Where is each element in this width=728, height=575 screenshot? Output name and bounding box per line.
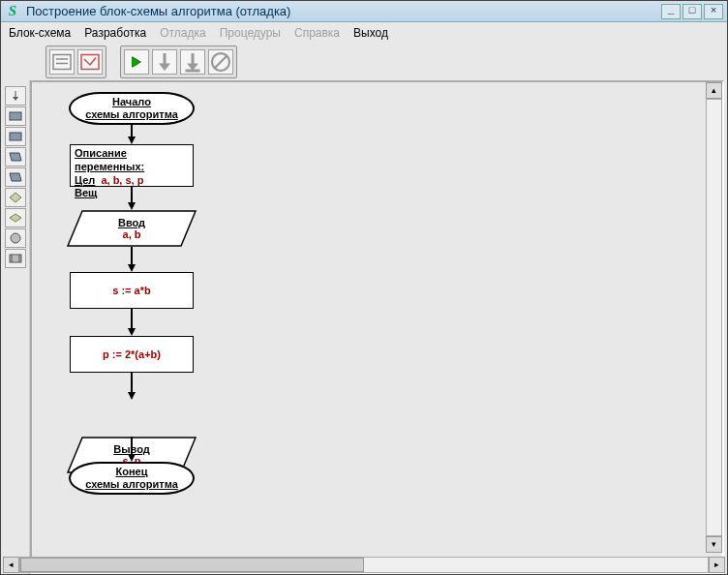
stop-button[interactable] (208, 49, 233, 75)
decl-int-vars: a, b, s, p (101, 174, 143, 186)
svg-marker-6 (159, 64, 170, 72)
node-declaration[interactable]: Описание переменных: Цел a, b, s, p Вещ (70, 144, 194, 187)
node-input[interactable]: Ввод a, b (67, 210, 197, 247)
arrowhead-3 (128, 264, 136, 272)
content-area: Начало схемы алгоритма Описание переменн… (1, 80, 727, 574)
app-window: S Построение блок-схемы алгоритма (отлад… (0, 0, 728, 575)
menu-develop[interactable]: Разработка (84, 26, 146, 40)
decl-real-label: Вещ (75, 187, 97, 198)
svg-marker-4 (133, 57, 141, 68)
scroll-down-button[interactable]: ▾ (706, 536, 722, 553)
run-button[interactable] (124, 49, 149, 75)
input-vars: a, b (123, 228, 141, 240)
menu-procedures: Процедуры (220, 26, 281, 40)
end-line2: схемы алгоритма (85, 478, 178, 491)
palette-diamond[interactable] (5, 188, 26, 207)
vscroll-track[interactable] (706, 99, 722, 536)
toolbar (1, 44, 727, 80)
svg-rect-0 (53, 55, 71, 70)
input-label: Ввод (118, 217, 145, 228)
edit-button[interactable] (49, 49, 75, 75)
palette-subproc[interactable] (5, 249, 26, 268)
vertical-scrollbar[interactable]: ▴ ▾ (706, 82, 722, 553)
start-line2: схемы алгоритма (85, 108, 178, 121)
window-title: Построение блок-схемы алгоритма (отладка… (26, 4, 661, 18)
svg-point-20 (11, 233, 20, 243)
scroll-right-button[interactable]: ▸ (709, 557, 725, 573)
menu-exit[interactable]: Выход (353, 26, 388, 40)
svg-marker-19 (10, 214, 21, 222)
svg-marker-18 (10, 193, 21, 202)
maximize-button[interactable]: □ (682, 4, 702, 19)
window-controls: _ □ × (661, 4, 723, 19)
arrow-3 (131, 247, 133, 266)
arrow-6 (131, 437, 133, 456)
arrowhead-2 (128, 202, 136, 210)
proc2-text: p := 2*(a+b) (103, 348, 161, 360)
titlebar[interactable]: S Построение блок-схемы алгоритма (отлад… (1, 1, 727, 22)
svg-rect-14 (10, 112, 21, 120)
format-button[interactable] (77, 49, 103, 75)
minimize-button[interactable]: _ (661, 4, 681, 19)
decl-title: Описание переменных: (75, 147, 144, 172)
palette-rect-2[interactable] (5, 127, 26, 146)
start-line1: Начало (112, 96, 151, 108)
step-button[interactable] (152, 49, 177, 75)
scroll-left-button[interactable]: ◂ (3, 557, 19, 573)
svg-rect-3 (81, 55, 99, 70)
arrowhead-5 (128, 392, 136, 400)
shape-palette (1, 80, 30, 574)
toolbar-group-run (120, 45, 237, 78)
palette-hexagon[interactable] (5, 208, 26, 227)
app-icon: S (5, 4, 20, 19)
node-end[interactable]: Конец схемы алгоритма (69, 462, 195, 495)
proc1-text: s := a*b (112, 285, 150, 296)
svg-line-11 (215, 56, 227, 68)
flowchart-canvas: Начало схемы алгоритма Описание переменн… (32, 82, 727, 574)
node-start[interactable]: Начало схемы алгоритма (69, 92, 195, 125)
palette-parallelogram-1[interactable] (5, 147, 26, 166)
decl-int-label: Цел (75, 174, 95, 186)
step-into-button[interactable] (180, 49, 205, 75)
canvas-area[interactable]: Начало схемы алгоритма Описание переменн… (30, 80, 724, 574)
hscroll-thumb[interactable] (20, 558, 364, 572)
horizontal-scrollbar[interactable]: ◂ ▸ (3, 557, 725, 573)
menu-debug: Отладка (160, 26, 205, 40)
node-process-2[interactable]: p := 2*(a+b) (70, 336, 194, 373)
arrowhead-1 (128, 136, 136, 144)
arrow-4 (131, 309, 133, 330)
scroll-up-button[interactable]: ▴ (706, 82, 722, 99)
end-line1: Конец (116, 466, 148, 478)
palette-arrow[interactable] (5, 86, 26, 106)
menu-blockscheme[interactable]: Блок-схема (9, 26, 71, 40)
close-button[interactable]: × (704, 4, 723, 19)
svg-marker-16 (10, 153, 21, 161)
palette-parallelogram-2[interactable] (5, 167, 26, 187)
svg-marker-17 (10, 173, 21, 181)
palette-rect-1[interactable] (5, 106, 26, 126)
toolbar-group-edit (46, 45, 106, 78)
hscroll-track[interactable] (19, 557, 709, 573)
palette-connector[interactable] (5, 228, 26, 248)
menubar: Блок-схема Разработка Отладка Процедуры … (1, 22, 727, 44)
arrowhead-4 (128, 328, 136, 336)
arrowhead-6 (128, 454, 136, 462)
svg-marker-13 (13, 97, 18, 101)
arrow-5 (131, 373, 133, 394)
node-process-1[interactable]: s := a*b (70, 272, 194, 309)
menu-help: Справка (294, 26, 340, 40)
svg-rect-15 (10, 133, 21, 140)
